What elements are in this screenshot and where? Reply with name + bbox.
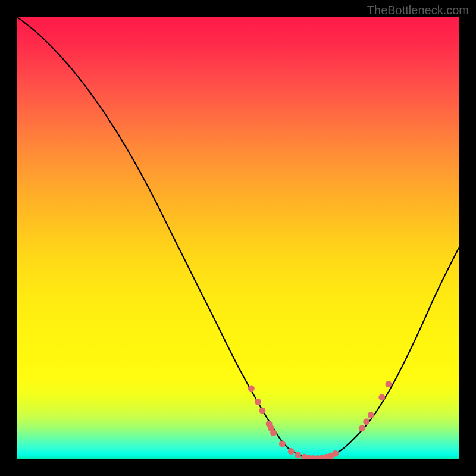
- data-marker: [385, 381, 392, 387]
- data-marker: [363, 418, 369, 425]
- bottleneck-curve-line: [17, 17, 459, 459]
- data-marker: [248, 385, 255, 392]
- data-marker: [259, 408, 265, 414]
- watermark-text: TheBottleneck.com: [367, 4, 469, 17]
- data-marker: [288, 448, 295, 455]
- data-marker: [368, 412, 374, 418]
- data-marker: [270, 430, 277, 436]
- data-marker: [378, 394, 385, 400]
- chart-svg: [17, 17, 459, 459]
- data-marker: [295, 452, 301, 458]
- data-marker: [359, 425, 365, 431]
- data-marker: [279, 440, 286, 447]
- data-marker: [332, 450, 339, 457]
- data-marker: [255, 399, 261, 405]
- chart-plot-area: [17, 17, 459, 459]
